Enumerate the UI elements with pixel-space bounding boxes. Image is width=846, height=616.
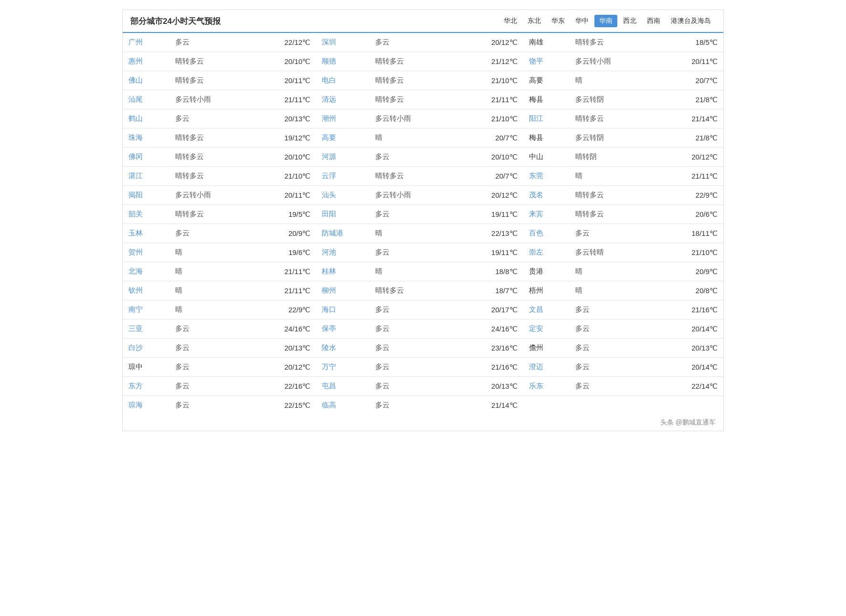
city-name-col3[interactable]: 文昌: [529, 305, 543, 313]
weather-desc-col1: 晴转多云: [169, 148, 250, 167]
temp-col3: 18/5℃: [656, 33, 723, 52]
region-tab-3[interactable]: 华中: [571, 15, 593, 27]
city-name-col2[interactable]: 顺德: [322, 57, 336, 65]
city-name-col2[interactable]: 桂林: [322, 267, 336, 275]
weather-desc-col1: 多云: [169, 109, 250, 128]
city-name-col3[interactable]: 百色: [529, 229, 543, 237]
table-row: 揭阳多云转小雨20/11℃汕头多云转小雨20/12℃茂名晴转多云22/9℃: [123, 186, 723, 205]
city-name-col1[interactable]: 韶关: [128, 210, 143, 218]
city-name-col2[interactable]: 高要: [322, 133, 336, 141]
city-name-col3[interactable]: 澄迈: [529, 362, 543, 371]
table-row: 佛冈晴转多云20/10℃河源多云20/10℃中山晴转阴20/12℃: [123, 148, 723, 167]
city-name-col3[interactable]: 饶平: [529, 57, 543, 65]
city-name-col2[interactable]: 屯昌: [322, 382, 336, 390]
city-name-col2[interactable]: 汕头: [322, 191, 336, 199]
temp-col1: 20/10℃: [250, 52, 317, 71]
region-tab-2[interactable]: 华东: [547, 15, 570, 27]
temp-col1: 21/10℃: [250, 167, 317, 186]
temp-col1: 19/12℃: [250, 128, 317, 148]
city-name-col3[interactable]: 乐东: [529, 382, 543, 390]
city-name-col3[interactable]: 东莞: [529, 171, 543, 180]
city-name-col3[interactable]: 茂名: [529, 191, 543, 199]
region-tab-7[interactable]: 港澳台及海岛: [666, 15, 716, 27]
city-name-col1[interactable]: 贺州: [128, 248, 143, 256]
city-name-col1[interactable]: 鹤山: [128, 114, 143, 122]
temp-col1: 21/11℃: [250, 281, 317, 300]
city-name-col3[interactable]: 崇左: [529, 248, 543, 256]
city-name-col1[interactable]: 三亚: [128, 324, 143, 332]
city-name-col1[interactable]: 汕尾: [128, 95, 143, 103]
weather-desc-col3: 多云转阴: [570, 128, 656, 148]
city-name-col2[interactable]: 清远: [322, 95, 336, 103]
city-name-col2[interactable]: 河源: [322, 152, 336, 160]
table-row: 贺州晴19/6℃河池多云19/11℃崇左多云转晴21/10℃: [123, 243, 723, 262]
weather-table: 广州多云22/12℃深圳多云20/12℃南雄晴转多云18/5℃惠州晴转多云20/…: [123, 33, 723, 414]
city-name-col2[interactable]: 海口: [322, 305, 336, 313]
weather-desc-col1: 晴: [169, 281, 250, 300]
city-name-col2[interactable]: 河池: [322, 248, 336, 256]
temp-col3: 20/6℃: [656, 205, 723, 224]
region-tab-0[interactable]: 华北: [499, 15, 522, 27]
city-name-col1[interactable]: 广州: [128, 38, 143, 46]
city-name-col1[interactable]: 湛江: [128, 171, 143, 180]
weather-desc-col3: 多云: [570, 300, 656, 319]
city-name-col1[interactable]: 惠州: [128, 57, 143, 65]
city-name-col1[interactable]: 白沙: [128, 343, 143, 351]
city-name-col3: 梧州: [529, 286, 543, 294]
weather-desc-col2: 多云: [370, 339, 456, 358]
weather-desc-col2: 多云转小雨: [370, 109, 456, 128]
region-tab-6[interactable]: 西南: [642, 15, 665, 27]
city-name-col1[interactable]: 佛冈: [128, 152, 143, 160]
table-row: 琼中多云20/12℃万宁多云21/16℃澄迈多云20/14℃: [123, 358, 723, 377]
temp-col3: 21/11℃: [656, 167, 723, 186]
temp-col2: 21/16℃: [456, 358, 523, 377]
region-tab-1[interactable]: 东北: [523, 15, 546, 27]
city-name-col1[interactable]: 南宁: [128, 305, 143, 313]
city-name-col3[interactable]: 阳江: [529, 114, 543, 122]
temp-col1: 22/9℃: [250, 300, 317, 319]
city-name-col2[interactable]: 潮州: [322, 114, 336, 122]
city-name-col2[interactable]: 防城港: [322, 229, 343, 237]
city-name-col1[interactable]: 珠海: [128, 133, 143, 141]
temp-col2: 20/13℃: [456, 377, 523, 396]
city-name-col2[interactable]: 临高: [322, 401, 336, 409]
weather-desc-col3: 多云: [570, 358, 656, 377]
city-name-col3[interactable]: 来宾: [529, 210, 543, 218]
city-name-col1[interactable]: 琼海: [128, 401, 143, 409]
city-name-col2[interactable]: 电白: [322, 76, 336, 84]
city-name-col2[interactable]: 陵水: [322, 343, 336, 351]
city-name-col1[interactable]: 玉林: [128, 229, 143, 237]
weather-desc-col1: 多云: [169, 339, 250, 358]
city-name-col3: 南雄: [529, 38, 543, 46]
region-tab-4[interactable]: 华南: [594, 15, 617, 27]
city-name-col1[interactable]: 东方: [128, 382, 143, 390]
temp-col1: 20/9℃: [250, 224, 317, 243]
city-name-col1[interactable]: 钦州: [128, 286, 143, 294]
region-tab-5[interactable]: 西北: [618, 15, 641, 27]
city-name-col1[interactable]: 佛山: [128, 76, 143, 84]
temp-col2: 24/16℃: [456, 319, 523, 339]
weather-desc-col1: 晴: [169, 300, 250, 319]
watermark: 头条 @鹏城直通车: [123, 414, 723, 431]
weather-desc-col1: 晴: [169, 262, 250, 281]
page-header: 部分城市24小时天气预报 华北东北华东华中华南西北西南港澳台及海岛: [123, 10, 723, 33]
temp-col3: 21/10℃: [656, 243, 723, 262]
weather-desc-col1: 多云: [169, 224, 250, 243]
temp-col1: 22/15℃: [250, 396, 317, 415]
city-name-col2[interactable]: 云浮: [322, 171, 336, 180]
city-name-col2[interactable]: 万宁: [322, 362, 336, 371]
city-name-col2[interactable]: 深圳: [322, 38, 336, 46]
table-row: 北海晴21/11℃桂林晴18/8℃贵港晴20/9℃: [123, 262, 723, 281]
city-name-col2[interactable]: 柳州: [322, 286, 336, 294]
city-name-col1[interactable]: 揭阳: [128, 191, 143, 199]
weather-desc-col2: 晴转多云: [370, 281, 456, 300]
weather-desc-col3: 晴: [570, 71, 656, 90]
city-name-col1[interactable]: 北海: [128, 267, 143, 275]
city-name-col2[interactable]: 保亭: [322, 324, 336, 332]
weather-desc-col1: 多云: [169, 377, 250, 396]
weather-desc-col2: 晴转多云: [370, 71, 456, 90]
temp-col2: 22/13℃: [456, 224, 523, 243]
weather-desc-col1: 晴转多云: [169, 52, 250, 71]
city-name-col3[interactable]: 定安: [529, 324, 543, 332]
city-name-col2[interactable]: 田阳: [322, 210, 336, 218]
